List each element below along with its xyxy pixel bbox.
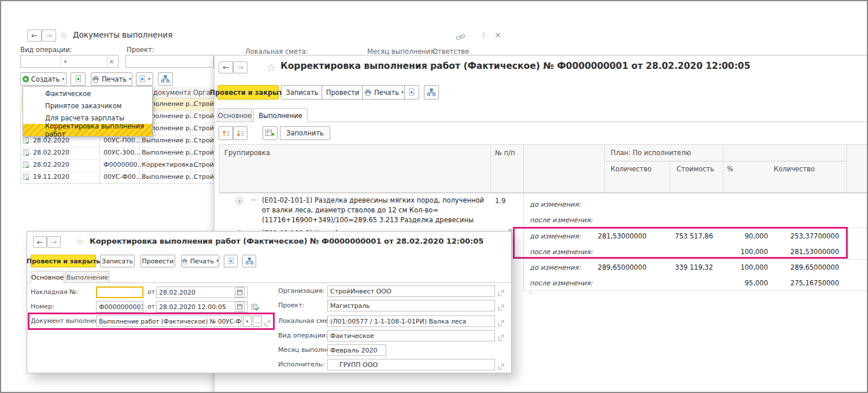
open-link-icon[interactable]: [498, 288, 504, 299]
operation-input[interactable]: Фактическое: [327, 330, 495, 341]
collapse-rows-button[interactable]: [219, 126, 233, 140]
operation-label: Вид операции:: [278, 332, 328, 339]
before-qty[interactable]: 289,65000000: [562, 263, 647, 271]
menu-item-correction[interactable]: Корректировка выполнения работ: [23, 124, 152, 136]
list-col-doc-type[interactable]: документа: [153, 89, 191, 97]
document-download-icon: [408, 89, 415, 96]
printer-icon: [92, 76, 99, 83]
row-group-text[interactable]: (Е01-02-101-1) Разделка древесины мягких…: [262, 196, 491, 225]
open-link-icon[interactable]: [498, 302, 504, 313]
get-link-icon[interactable]: [456, 32, 466, 43]
org-input[interactable]: СтройИнвест ООО: [327, 285, 495, 297]
structure-button[interactable]: [424, 85, 439, 100]
structure-button[interactable]: [158, 72, 173, 86]
export-icon: [139, 75, 146, 83]
expand-rows-button[interactable]: [233, 126, 248, 140]
list-row[interactable]: 28.02.2020 Ф0000000... Корректировка... …: [20, 159, 214, 171]
before-percent[interactable]: 100,000: [727, 263, 768, 271]
chevron-down-icon: ▾: [148, 77, 150, 82]
estimate-input[interactable]: (Л01:00577 / 1-1-108-1-01РИ) Валка леса: [327, 315, 495, 327]
col-cost[interactable]: Стоимость: [677, 165, 714, 173]
more-menu-icon[interactable]: ⋮: [480, 31, 487, 39]
number-input[interactable]: Ф0000000001: [96, 301, 143, 313]
forward-button[interactable]: →: [47, 236, 61, 248]
calendar-icon[interactable]: [235, 287, 245, 297]
highlight-box-changed-values: [513, 227, 848, 259]
clear-icon[interactable]: ×: [107, 56, 116, 67]
list-row[interactable]: 28.02.2020 00УС-300... Выполнение р... С…: [20, 147, 214, 159]
month-input[interactable]: Февраль 2020: [327, 344, 386, 356]
add-row-button[interactable]: [263, 126, 278, 140]
post-and-close-button[interactable]: Провести и закрыть: [31, 255, 96, 267]
fill-button[interactable]: Заполнить: [280, 126, 330, 140]
project-filter-input[interactable]: [125, 55, 214, 68]
after-qty2[interactable]: 275,16750000: [781, 279, 839, 287]
invoice-input[interactable]: [96, 287, 143, 298]
menu-item-accepted[interactable]: Принятое заказчиком: [23, 100, 152, 112]
col-percent[interactable]: %: [727, 165, 733, 173]
col-plan-group[interactable]: План: По исполнителю: [611, 149, 691, 157]
open-link-icon[interactable]: [498, 318, 504, 329]
tab-main[interactable]: Основное: [217, 108, 252, 122]
executor-input[interactable]: ГРУПП ООО: [327, 359, 495, 370]
export-button[interactable]: [224, 255, 238, 267]
open-link-icon[interactable]: [498, 332, 504, 343]
operation-filter-input[interactable]: ▾ ×: [20, 55, 119, 68]
grid-header: [219, 144, 868, 193]
col-qty[interactable]: Количество: [611, 165, 652, 173]
col-grouping[interactable]: Группировка: [224, 149, 270, 157]
forward-button[interactable]: →: [42, 30, 56, 42]
highlight-box-source-doc: [28, 313, 275, 330]
favorite-star-icon[interactable]: ☆: [267, 61, 276, 74]
calendar-icon[interactable]: [235, 302, 245, 312]
save-button[interactable]: Записать: [100, 255, 135, 267]
open-link-icon[interactable]: [498, 361, 504, 372]
back-button[interactable]: ←: [219, 61, 233, 74]
executor-label: Исполнитель:: [278, 361, 324, 368]
post-and-close-button[interactable]: Провести и закрыть: [217, 85, 279, 100]
expand-node-icon[interactable]: +: [236, 197, 243, 204]
chevron-down-icon[interactable]: ▾: [61, 56, 69, 67]
tab-main[interactable]: Основное: [31, 271, 64, 283]
before-cost[interactable]: 339 119,32: [655, 263, 713, 271]
export-button[interactable]: [404, 85, 419, 100]
favorite-star-icon[interactable]: ☆: [76, 236, 84, 247]
invoice-date-input[interactable]: 28.02.2020: [156, 287, 248, 298]
document-title: Корректировка выполнения работ (Фактичес…: [280, 61, 750, 71]
collapse-node-icon[interactable]: −: [250, 196, 256, 204]
invoice-label: Накладная №:: [31, 288, 78, 296]
print-button[interactable]: Печать ▾: [181, 255, 219, 267]
col-line-no[interactable]: № п/п: [495, 149, 515, 157]
structure-button[interactable]: [242, 255, 256, 267]
org-structure-icon: [246, 258, 253, 265]
close-icon[interactable]: ×: [494, 30, 501, 39]
forward-button[interactable]: →: [233, 61, 248, 74]
print-button[interactable]: Печать ▾: [362, 85, 406, 100]
create-button[interactable]: + Создать ▾: [20, 72, 67, 86]
post-button[interactable]: Провести: [141, 255, 175, 267]
tab-execution[interactable]: Выполнение: [65, 271, 109, 283]
operation-filter-label: Вид операции:: [20, 46, 72, 54]
row-line-no[interactable]: 1.9: [495, 197, 505, 205]
post-button[interactable]: Провести: [322, 85, 364, 100]
project-input[interactable]: Магистраль: [327, 300, 495, 311]
favorite-star-icon[interactable]: ☆: [60, 30, 68, 41]
after-percent[interactable]: 95,000: [727, 279, 768, 287]
save-button[interactable]: Записать: [281, 85, 323, 100]
print-button[interactable]: Печать ▾: [91, 72, 132, 86]
bg-local-estimate-label: Локальная смета:: [245, 47, 308, 56]
project-filter-label: Проект:: [127, 46, 154, 54]
back-button[interactable]: ←: [27, 30, 42, 42]
app-screen: ← → ☆ Документы выполнения ⋮ × Вид опера…: [0, 0, 868, 393]
before-qty2[interactable]: 289,65000000: [781, 263, 839, 271]
tab-execution[interactable]: Выполнение: [253, 108, 308, 122]
menu-item-factual[interactable]: Фактическое: [23, 87, 152, 100]
export-button[interactable]: ▾: [136, 72, 153, 86]
col-qty2[interactable]: Количество: [774, 165, 815, 173]
back-button[interactable]: ←: [33, 236, 47, 248]
chevron-down-icon: ▾: [62, 77, 64, 82]
load-document-button[interactable]: [71, 72, 86, 86]
collapse-icon: [222, 130, 230, 137]
number-date-input[interactable]: 28.02.2020 12:00:05: [156, 301, 248, 313]
list-row[interactable]: 19.11.2020 00УС-Ф00... Выполнение р... С…: [20, 171, 214, 183]
